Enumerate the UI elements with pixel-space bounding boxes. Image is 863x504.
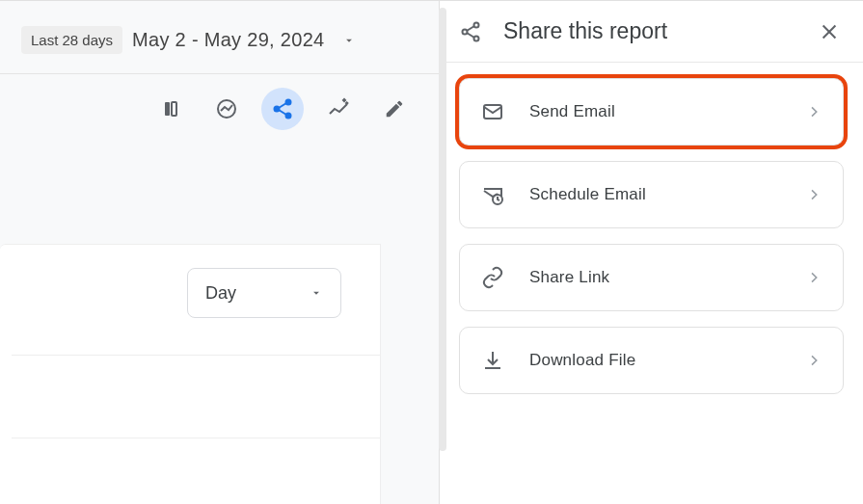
share-icon [459, 20, 482, 43]
panel-title: Share this report [503, 18, 797, 44]
svg-line-7 [279, 110, 286, 115]
date-preset-label: Last 28 days [21, 26, 122, 54]
share-panel: Share this report Send Email Schedule Em… [439, 0, 863, 504]
share-link-option[interactable]: Share Link [459, 244, 844, 311]
caret-down-icon [342, 34, 356, 47]
chevron-right-icon [806, 353, 822, 368]
mail-icon [481, 100, 504, 123]
caret-down-icon [310, 286, 323, 300]
option-label: Download File [529, 351, 781, 370]
share-options: Send Email Schedule Email Share Link [440, 63, 863, 410]
chevron-right-icon [806, 104, 822, 119]
toolbar [0, 74, 439, 144]
divider [12, 438, 380, 438]
option-label: Share Link [529, 268, 781, 287]
compare-icon[interactable] [149, 88, 192, 130]
left-pane: Last 28 days May 2 - May 29, 2024 Day [0, 0, 439, 504]
download-file-option[interactable]: Download File [459, 327, 844, 394]
panel-header: Share this report [440, 1, 863, 63]
option-label: Schedule Email [529, 185, 781, 204]
close-icon[interactable] [819, 21, 840, 42]
svg-rect-1 [172, 102, 176, 116]
schedule-icon [481, 183, 504, 206]
share-icon[interactable] [261, 88, 304, 130]
date-range-text: May 2 - May 29, 2024 [132, 29, 324, 51]
link-icon [481, 266, 504, 289]
edit-icon[interactable] [373, 88, 416, 130]
chart-card: Day [0, 244, 381, 504]
svg-line-6 [279, 103, 286, 108]
svg-line-12 [467, 33, 474, 38]
download-icon [481, 349, 504, 372]
chart-icon[interactable] [205, 88, 248, 130]
schedule-email-option[interactable]: Schedule Email [459, 161, 844, 228]
date-range-selector[interactable]: Last 28 days May 2 - May 29, 2024 [0, 1, 439, 73]
chevron-right-icon [806, 270, 822, 285]
scrollbar[interactable] [439, 8, 446, 451]
granularity-dropdown[interactable]: Day [187, 268, 341, 318]
option-label: Send Email [529, 102, 781, 121]
svg-line-11 [467, 26, 474, 31]
svg-rect-0 [165, 102, 170, 116]
divider [12, 355, 380, 356]
granularity-label: Day [205, 283, 236, 304]
insights-icon[interactable] [317, 88, 360, 130]
chevron-right-icon [806, 187, 822, 202]
send-email-option[interactable]: Send Email [459, 78, 844, 146]
